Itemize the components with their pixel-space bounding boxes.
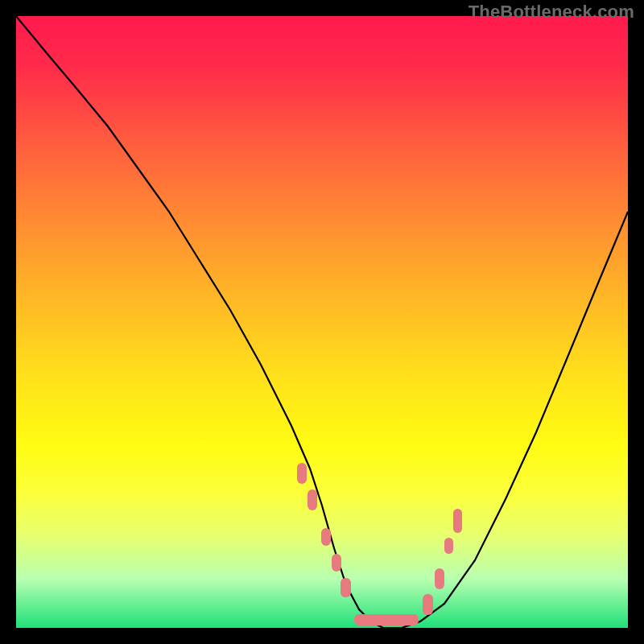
highlight-seg-8	[444, 538, 453, 554]
watermark-text: TheBottleneck.com	[469, 2, 634, 23]
highlight-seg-9	[453, 509, 462, 533]
outer-frame: TheBottleneck.com	[0, 0, 644, 644]
highlight-valley	[354, 614, 419, 625]
highlight-seg-1	[297, 463, 307, 484]
plot-area	[16, 16, 628, 628]
highlight-seg-5	[341, 578, 351, 597]
highlight-seg-2	[308, 489, 317, 510]
highlight-seg-3	[321, 528, 331, 546]
highlight-seg-6	[423, 594, 433, 615]
highlight-seg-4	[332, 554, 341, 572]
highlight-seg-7	[435, 568, 444, 589]
